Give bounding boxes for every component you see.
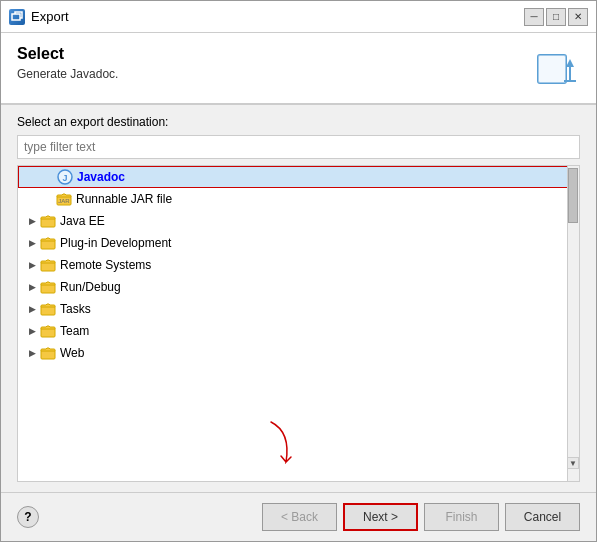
tree-item-remote-systems-label: Remote Systems (60, 258, 151, 272)
export-dialog: Export ─ □ ✕ Select Generate Javadoc. (0, 0, 597, 542)
svg-text:J: J (62, 173, 67, 183)
folder-tasks-icon (40, 302, 56, 316)
back-button[interactable]: < Back (262, 503, 337, 531)
scroll-down-arrow[interactable]: ▼ (567, 457, 579, 469)
tree-item-runnable-jar[interactable]: JAR Runnable JAR file (18, 188, 579, 210)
tree-item-web-label: Web (60, 346, 84, 360)
tree-item-javadoc[interactable]: J Javadoc (18, 166, 579, 188)
tree-item-java-ee-label: Java EE (60, 214, 105, 228)
tree-item-tasks-label: Tasks (60, 302, 91, 316)
tree-item-web[interactable]: ▶ Web (18, 342, 579, 364)
title-bar: Export ─ □ ✕ (1, 1, 596, 33)
window-body: Select Generate Javadoc. Select an expor… (1, 33, 596, 541)
folder-remote-systems-icon (40, 258, 56, 272)
header-export-icon (532, 45, 580, 93)
svg-text:JAR: JAR (58, 198, 70, 204)
window-icon (9, 9, 25, 25)
window-controls: ─ □ ✕ (524, 8, 588, 26)
svg-rect-2 (538, 55, 566, 83)
header-text: Select Generate Javadoc. (17, 45, 118, 81)
folder-web-icon (40, 346, 56, 360)
header-section: Select Generate Javadoc. (1, 33, 596, 104)
expand-arrow-team: ▶ (26, 325, 38, 337)
minimize-button[interactable]: ─ (524, 8, 544, 26)
tree-item-remote-systems[interactable]: ▶ Remote Systems (18, 254, 579, 276)
footer-section: ? < Back Next > Finish Cancel (1, 492, 596, 541)
folder-run-debug-icon (40, 280, 56, 294)
expand-arrow-plugin-dev: ▶ (26, 237, 38, 249)
filter-input[interactable] (17, 135, 580, 159)
expand-arrow-java-ee: ▶ (26, 215, 38, 227)
next-button[interactable]: Next > (343, 503, 418, 531)
header-title: Select (17, 45, 118, 63)
close-button[interactable]: ✕ (568, 8, 588, 26)
tree-item-java-ee[interactable]: ▶ Java EE (18, 210, 579, 232)
expand-arrow-web: ▶ (26, 347, 38, 359)
tree-item-run-debug[interactable]: ▶ Run/Debug (18, 276, 579, 298)
svg-rect-0 (12, 14, 20, 20)
maximize-button[interactable]: □ (546, 8, 566, 26)
footer-left: ? (17, 506, 39, 528)
tree-item-team[interactable]: ▶ Team (18, 320, 579, 342)
expand-arrow-runnable-jar (42, 193, 54, 205)
header-subtitle: Generate Javadoc. (17, 67, 118, 81)
expand-arrow-javadoc (43, 171, 55, 183)
folder-team-icon (40, 324, 56, 338)
javadoc-icon: J (57, 169, 73, 185)
window-title: Export (31, 9, 518, 24)
expand-arrow-remote-systems: ▶ (26, 259, 38, 271)
expand-arrow-tasks: ▶ (26, 303, 38, 315)
cancel-button[interactable]: Cancel (505, 503, 580, 531)
scrollbar-thumb[interactable] (568, 168, 578, 223)
folder-java-ee-icon (40, 214, 56, 228)
expand-arrow-run-debug: ▶ (26, 281, 38, 293)
scrollbar-track[interactable]: ▼ (567, 166, 579, 481)
tree-item-runnable-jar-label: Runnable JAR file (76, 192, 172, 206)
folder-plugin-dev-icon (40, 236, 56, 250)
footer-buttons: < Back Next > Finish Cancel (262, 503, 580, 531)
finish-button[interactable]: Finish (424, 503, 499, 531)
destination-label: Select an export destination: (17, 115, 580, 129)
tree-item-plugin-dev[interactable]: ▶ Plug-in Development (18, 232, 579, 254)
content-section: Select an export destination: J Javadoc (1, 105, 596, 492)
tree-container: J Javadoc JAR Runnable JAR file (17, 165, 580, 482)
tree-item-team-label: Team (60, 324, 89, 338)
tree-item-run-debug-label: Run/Debug (60, 280, 121, 294)
tree-item-tasks[interactable]: ▶ Tasks (18, 298, 579, 320)
help-button[interactable]: ? (17, 506, 39, 528)
jar-icon: JAR (56, 192, 72, 206)
tree-item-javadoc-label: Javadoc (77, 170, 125, 184)
tree-item-plugin-dev-label: Plug-in Development (60, 236, 171, 250)
